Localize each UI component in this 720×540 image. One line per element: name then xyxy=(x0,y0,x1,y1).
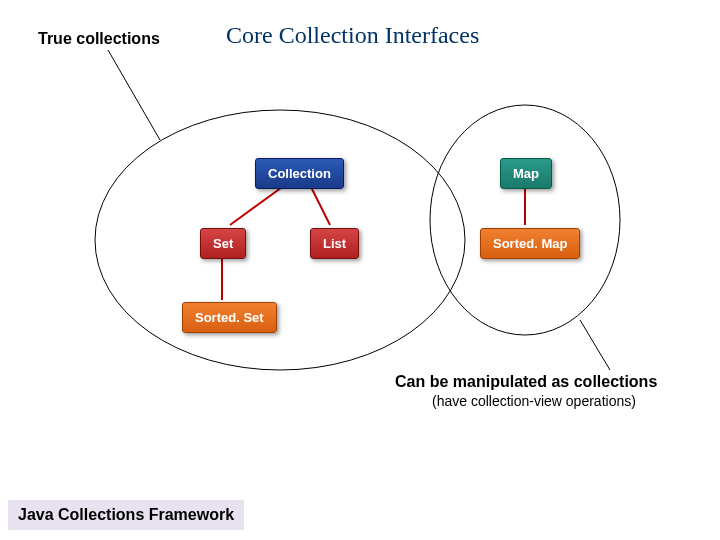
callout-line-right xyxy=(580,320,610,370)
node-set: Set xyxy=(200,228,246,259)
node-sortedmap: Sorted. Map xyxy=(480,228,580,259)
node-collection: Collection xyxy=(255,158,344,189)
node-map: Map xyxy=(500,158,552,189)
label-manipulated-as-collections: Can be manipulated as collections xyxy=(395,373,657,391)
node-list: List xyxy=(310,228,359,259)
diagram-connectors xyxy=(0,0,720,540)
edge-collection-set xyxy=(230,185,285,225)
label-collection-view-operations: (have collection-view operations) xyxy=(432,393,636,409)
ellipse-left xyxy=(95,110,465,370)
callout-line-left xyxy=(108,50,160,140)
ellipse-right xyxy=(430,105,620,335)
page-title: Core Collection Interfaces xyxy=(226,22,479,49)
label-true-collections: True collections xyxy=(38,30,160,48)
footer-label: Java Collections Framework xyxy=(8,500,244,530)
node-sortedset: Sorted. Set xyxy=(182,302,277,333)
edge-collection-list xyxy=(310,185,330,225)
